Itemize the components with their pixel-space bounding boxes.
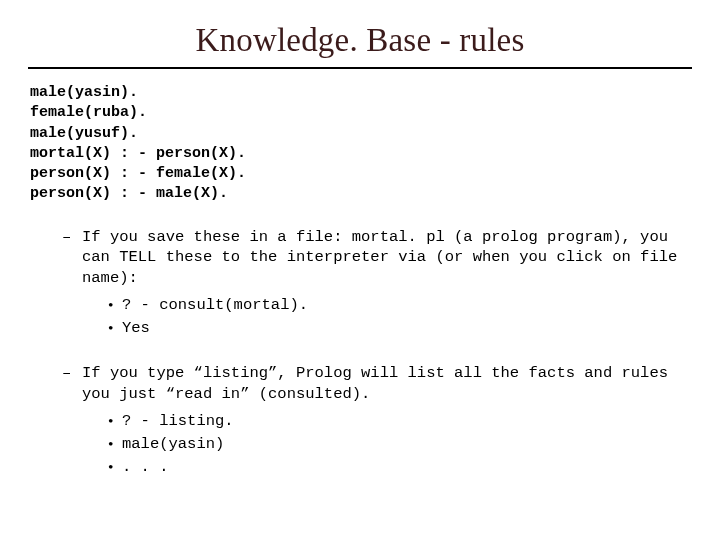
list-item: – If you type “listing”, Prolog will lis… [62, 363, 692, 480]
paragraph: If you save these in a file: mortal. pl … [82, 228, 677, 288]
sub-list-text: ? - listing. [122, 411, 692, 432]
sub-list-item: • male(yasin) [108, 434, 692, 455]
list-item-text: If you type “listing”, Prolog will list … [82, 363, 692, 480]
code-block: male(yasin). female(ruba). male(yusuf). … [30, 83, 692, 205]
sub-list-item: • ? - consult(mortal). [108, 295, 692, 316]
sub-list-text: ? - consult(mortal). [122, 295, 692, 316]
bullet-icon: • [108, 434, 122, 455]
body-text: – If you save these in a file: mortal. p… [28, 227, 692, 480]
bullet-icon: • [108, 457, 122, 478]
dash-icon: – [62, 227, 82, 342]
sub-list-item: • Yes [108, 318, 692, 339]
sub-list-item: • ? - listing. [108, 411, 692, 432]
bullet-icon: • [108, 318, 122, 339]
paragraph: If you type “listing”, Prolog will list … [82, 364, 668, 403]
title-underline [28, 67, 692, 69]
bullet-icon: • [108, 411, 122, 432]
dash-icon: – [62, 363, 82, 480]
slide: Knowledge. Base - rules male(yasin). fem… [0, 0, 720, 540]
list-item-text: If you save these in a file: mortal. pl … [82, 227, 692, 342]
sub-list-text: . . . [122, 457, 692, 478]
sub-list-text: Yes [122, 318, 692, 339]
list-item: – If you save these in a file: mortal. p… [62, 227, 692, 342]
page-title: Knowledge. Base - rules [28, 22, 692, 59]
sub-list-item: • . . . [108, 457, 692, 478]
sub-list-text: male(yasin) [122, 434, 692, 455]
bullet-icon: • [108, 295, 122, 316]
